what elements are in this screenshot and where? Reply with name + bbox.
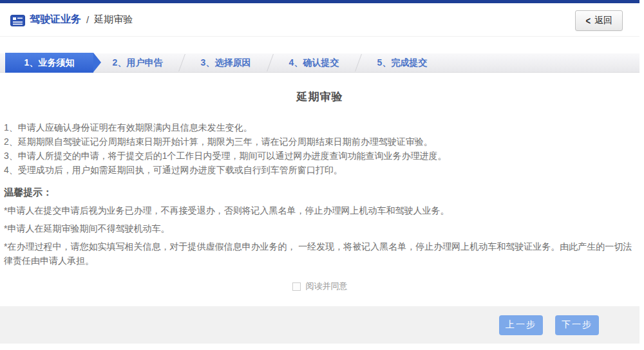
footer-action-bar: 上一步 下一步	[0, 306, 639, 344]
tip-item-1: *申请人在提交申请后视为业务已办理，不再接受退办，否则将记入黑名单，停止办理网上…	[4, 203, 636, 217]
step-tab-4-confirm-submit[interactable]: 4、确认提交	[270, 53, 358, 73]
document-list-icon	[10, 15, 25, 26]
step-tab-label: 5、完成提交	[377, 57, 428, 69]
step-progress-bar: 1、业务须知 2、用户申告 3、选择原因 4、确认提交 5、完成提交	[0, 53, 639, 73]
main-content: 延期审验 1、申请人应确认身份证明在有效期限满内且信息未发生变化。 2、延期期限…	[0, 89, 639, 292]
notice-item-1: 1、申请人应确认身份证明在有效期限满内且信息未发生变化。	[4, 120, 636, 134]
step-bar-filler	[446, 53, 639, 73]
step-tab-2-user-declaration[interactable]: 2、用户申告	[93, 53, 182, 73]
tip-item-2: *申请人在延期审验期间不得驾驶机动车。	[4, 221, 636, 235]
breadcrumb-separator: /	[86, 14, 89, 25]
step-tab-5-complete-submit[interactable]: 5、完成提交	[358, 53, 446, 73]
back-button-label: 返回	[594, 15, 612, 26]
next-step-button[interactable]: 下一步	[555, 315, 599, 335]
chevron-left-icon: <	[585, 15, 591, 26]
header: 驾驶证业务 / 延期审验 < 返回	[0, 3, 639, 37]
step-tab-label: 1、业务须知	[24, 57, 75, 69]
step-tab-label: 3、选择原因	[201, 57, 251, 69]
notice-item-3: 3、申请人所提交的申请，将于提交后的1个工作日内受理，期间可以通过网办进度查询功…	[4, 149, 636, 163]
page-title: 延期审验	[4, 89, 636, 104]
agreement-row: 阅读并同意	[4, 281, 636, 292]
breadcrumb-current-page: 延期审验	[94, 14, 133, 26]
back-button[interactable]: < 返回	[575, 10, 623, 31]
step-tab-label: 2、用户申告	[113, 57, 163, 69]
step-tab-3-select-reason[interactable]: 3、选择原因	[182, 53, 270, 73]
tip-item-3: *在办理过程中，请您如实填写相关信息，对于提供虚假信息申办业务的， 一经发现，将…	[4, 239, 636, 268]
page: 驾驶证业务 / 延期审验 < 返回 1、业务须知 2、用户申告 3、选择原因 4…	[0, 0, 639, 344]
tips-title: 温馨提示：	[4, 187, 636, 199]
agree-checkbox[interactable]	[292, 282, 301, 291]
previous-step-button[interactable]: 上一步	[499, 315, 543, 335]
step-tab-1-business-notice[interactable]: 1、业务须知	[5, 53, 93, 73]
notice-item-4: 4、受理成功后，用户如需延期回执，可通过网办进度下载或自行到车管所窗口打印。	[4, 163, 636, 177]
notice-item-2: 2、延期期限自驾驶证记分周期结束日期开始计算，期限为三年，请在记分周期结束日期前…	[4, 134, 636, 149]
step-tab-label: 4、确认提交	[289, 57, 339, 69]
agree-checkbox-label[interactable]: 阅读并同意	[306, 281, 348, 292]
breadcrumb-section[interactable]: 驾驶证业务	[30, 13, 81, 26]
breadcrumb: 驾驶证业务 / 延期审验	[10, 13, 133, 26]
